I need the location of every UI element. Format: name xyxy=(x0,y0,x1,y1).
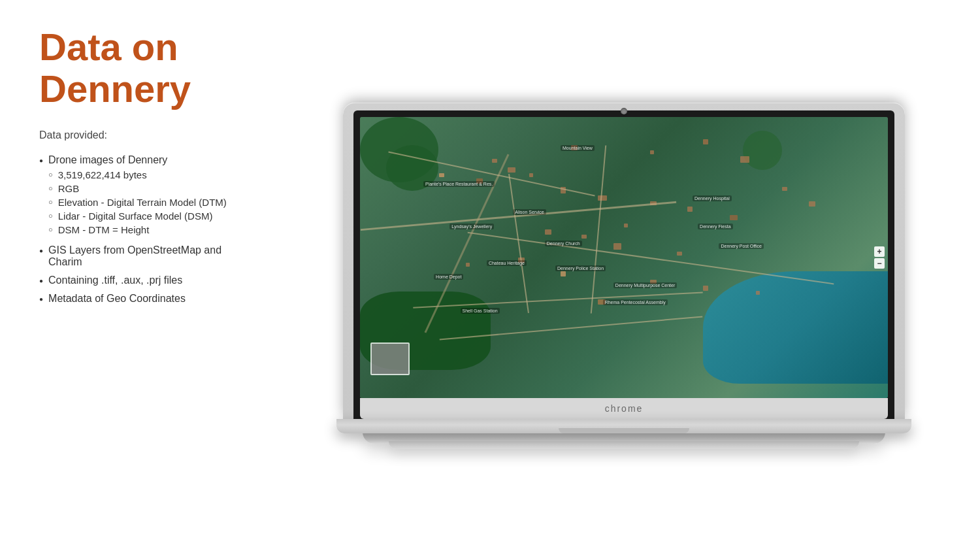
list-item-gis: GIS Layers from OpenStreetMap and Charim xyxy=(39,244,248,268)
title-line1: Data on xyxy=(39,25,178,68)
map-label-church: Dennery Church xyxy=(545,241,582,246)
map-label-chateau: Chateau Heritage xyxy=(487,260,527,266)
list-item-containing: Containing .tiff, .aux, .prj files xyxy=(39,275,248,286)
title-line2: Dennery xyxy=(39,67,191,110)
bullet-item-metadata-label: Metadata of Geo Coordinates xyxy=(48,293,186,305)
sub-list-drone: 3,519,622,414 bytes RGB Elevation - Digi… xyxy=(48,169,227,238)
laptop-base xyxy=(336,419,911,433)
sub-item-dsm-dtm: DSM - DTM = Height xyxy=(48,224,227,235)
screen-content: Dennery Hospital Dennery Police Station … xyxy=(360,117,888,398)
data-provided-label: Data provided: xyxy=(39,129,248,141)
laptop-wrapper: Dennery Hospital Dennery Police Station … xyxy=(336,103,911,449)
map-container: Dennery Hospital Dennery Police Station … xyxy=(360,117,888,398)
laptop-lid: Dennery Hospital Dennery Police Station … xyxy=(343,103,905,419)
sub-item-bytes: 3,519,622,414 bytes xyxy=(48,169,227,180)
chrome-label: chrome xyxy=(605,403,644,414)
bullet-list: Drone images of Dennery 3,519,622,414 by… xyxy=(39,154,248,305)
laptop-shadow2 xyxy=(389,441,859,449)
map-label-alison: Alison Service xyxy=(513,209,546,215)
sub-item-rgb: RGB xyxy=(48,183,227,194)
map-label-jewellery: Lyndsay's Jewellery xyxy=(449,224,494,229)
map-label-hospital: Dennery Hospital xyxy=(693,195,732,201)
map-zoom-controls[interactable]: + − xyxy=(874,246,885,269)
sub-item-elevation: Elevation - Digital Terrain Model (DTM) xyxy=(48,197,227,208)
map-label-mountain: Mountain View xyxy=(561,145,595,151)
map-label-shell: Shell Gas Station xyxy=(461,308,500,314)
map-label-home: Home Depot xyxy=(434,274,463,280)
map-label-restaurant: Plante's Place Restaurant & Res. xyxy=(423,181,495,187)
left-panel: Data on Dennery Data provided: Drone ima… xyxy=(0,0,274,337)
screen-bezel: Dennery Hospital Dennery Police Station … xyxy=(353,110,894,419)
bullet-item-drone-label: Drone images of Dennery xyxy=(48,154,227,166)
main-title: Data on Dennery xyxy=(39,26,248,110)
map-overview xyxy=(370,342,410,375)
bullet-item-containing-label: Containing .tiff, .aux, .prj files xyxy=(48,275,182,286)
list-item-metadata: Metadata of Geo Coordinates xyxy=(39,293,248,305)
bullet-item-gis-label: GIS Layers from OpenStreetMap and Charim xyxy=(48,244,248,268)
right-panel: Dennery Hospital Dennery Police Station … xyxy=(274,0,980,551)
list-item-drone: Drone images of Dennery 3,519,622,414 by… xyxy=(39,154,248,238)
map-label-police: Dennery Police Station xyxy=(555,265,606,271)
chrome-bar: chrome xyxy=(360,398,888,419)
map-label-multipurpose: Dennery Multipurpose Center xyxy=(613,282,677,288)
map-label-rhema: Rhema Pentecostal Assembly xyxy=(603,299,668,305)
map-zoom-in[interactable]: + xyxy=(874,246,885,257)
map-label-postoffice: Dennery Post Office xyxy=(719,243,764,249)
map-zoom-out[interactable]: − xyxy=(874,258,885,269)
map-label-fiesta: Dennery Fiesta xyxy=(698,224,732,229)
sub-item-lidar: Lidar - Digital Surface Model (DSM) xyxy=(48,210,227,222)
